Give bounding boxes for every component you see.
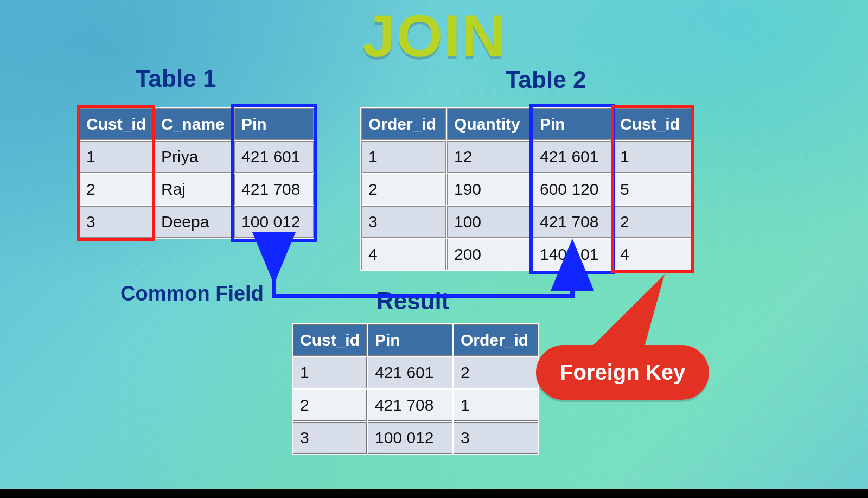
table-1: Cust_id C_name Pin 1 Priya 421 601 2 Raj…	[78, 107, 315, 239]
callout-tail-icon	[588, 274, 665, 350]
table-row: 3 100 012 3	[293, 422, 538, 454]
t1-h1: C_name	[154, 108, 233, 140]
label-result: Result	[376, 288, 449, 315]
table-row: 1 421 601 2	[293, 357, 538, 388]
label-common-field: Common Field	[120, 282, 264, 305]
tr-h0: Cust_id	[293, 324, 367, 356]
title: JOIN	[0, 1, 868, 70]
slide-stage: JOIN Table 1 Table 2 Result Common Field…	[0, 0, 868, 498]
table-2: Order_id Quantity Pin Cust_id 1 12 421 6…	[360, 107, 693, 271]
label-table2: Table 2	[506, 66, 586, 93]
table-row: 3 Deepa 100 012	[79, 206, 314, 238]
table-result: Cust_id Pin Order_id 1 421 601 2 2 421 7…	[292, 323, 539, 455]
table-row: 2 421 708 1	[293, 390, 538, 421]
t2-h0: Order_id	[361, 108, 446, 140]
label-table1: Table 1	[136, 65, 216, 92]
t1-h0: Cust_id	[79, 108, 153, 140]
table-row: 1 Priya 421 601	[79, 141, 314, 173]
table-row: 2 Raj 421 708	[79, 174, 314, 205]
table-row: 1 12 421 601 1	[361, 141, 692, 173]
callout-foreign-key: Foreign Key	[536, 345, 709, 400]
tr-h1: Pin	[368, 324, 452, 356]
t2-h2: Pin	[533, 108, 612, 140]
bottom-bar	[0, 489, 868, 498]
t2-h3: Cust_id	[613, 108, 692, 140]
tr-h2: Order_id	[454, 324, 538, 356]
table-row: 3 100 421 708 2	[361, 206, 692, 238]
table-row: 2 190 600 120 5	[361, 174, 692, 205]
t1-h2: Pin	[234, 108, 314, 140]
t2-h1: Quantity	[447, 108, 532, 140]
table-row: 4 200 140 101 4	[361, 239, 692, 270]
